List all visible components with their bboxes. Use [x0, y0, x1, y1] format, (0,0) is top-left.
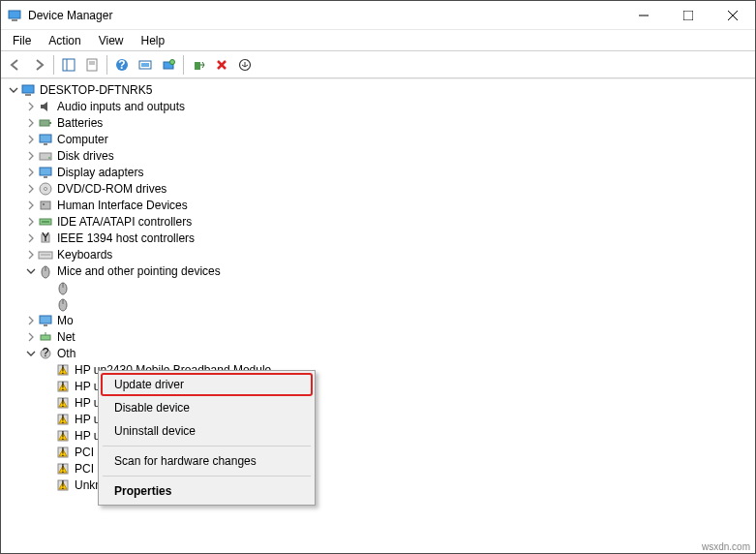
- menu-action[interactable]: Action: [41, 32, 88, 49]
- device-mouse[interactable]: [3, 279, 755, 295]
- warn-icon: !: [55, 477, 71, 493]
- expander-icon[interactable]: [24, 347, 38, 360]
- node-label: Net: [57, 330, 76, 344]
- node-label: DVD/CD-ROM drives: [57, 182, 166, 196]
- category-node[interactable]: Computer: [3, 131, 755, 147]
- context-menu-item[interactable]: Update driver: [101, 373, 313, 396]
- network-icon: [38, 329, 53, 345]
- svg-rect-30: [44, 176, 47, 178]
- node-label: Oth: [57, 347, 76, 360]
- svg-rect-17: [195, 62, 200, 70]
- menu-help[interactable]: Help: [134, 32, 173, 49]
- warn-icon: !: [55, 395, 71, 411]
- context-menu-item[interactable]: Uninstall device: [101, 419, 313, 443]
- uninstall-device-button[interactable]: [211, 54, 232, 76]
- back-button[interactable]: [5, 54, 26, 76]
- show-hide-tree-button[interactable]: [58, 54, 79, 76]
- warn-icon: !: [55, 461, 71, 477]
- expander-icon[interactable]: [24, 133, 38, 146]
- audio-icon: [38, 99, 53, 114]
- svg-rect-14: [141, 63, 149, 67]
- svg-text:!: !: [61, 477, 64, 491]
- svg-text:!: !: [61, 428, 64, 442]
- monitor-icon: [38, 313, 53, 328]
- expander-icon[interactable]: [24, 314, 38, 327]
- forward-button[interactable]: [28, 54, 49, 76]
- maximize-button[interactable]: [666, 1, 711, 30]
- minimize-button[interactable]: [621, 1, 666, 30]
- expander-icon: [42, 429, 55, 443]
- svg-rect-34: [43, 203, 45, 205]
- category-node[interactable]: DVD/CD-ROM drives: [3, 180, 755, 197]
- context-menu-item[interactable]: Scan for hardware changes: [101, 449, 313, 473]
- help-button[interactable]: ?: [111, 54, 133, 76]
- toolbar-action-button[interactable]: [135, 54, 156, 76]
- category-mice[interactable]: Mice and other pointing devices: [3, 262, 755, 279]
- keyboard-icon: [38, 247, 53, 262]
- expander-icon: [42, 446, 55, 459]
- context-menu-separator: [103, 476, 311, 477]
- mouse-icon: [38, 263, 53, 279]
- update-driver-button[interactable]: [234, 54, 256, 76]
- expander-icon[interactable]: [7, 83, 20, 97]
- context-menu-item[interactable]: Properties: [101, 479, 313, 503]
- device-mouse[interactable]: [3, 295, 755, 312]
- menu-file[interactable]: File: [5, 32, 39, 49]
- warn-icon: !: [55, 428, 71, 444]
- root-node[interactable]: DESKTOP-DFTNRK5: [3, 81, 755, 98]
- expander-icon[interactable]: [24, 100, 38, 113]
- svg-rect-47: [40, 316, 51, 323]
- mouse-icon: [55, 280, 71, 295]
- category-node[interactable]: Batteries: [3, 114, 755, 131]
- scan-hardware-button[interactable]: [158, 54, 179, 76]
- expander-icon[interactable]: [24, 182, 38, 196]
- category-node[interactable]: Human Interface Devices: [3, 197, 755, 213]
- context-menu-item[interactable]: Disable device: [101, 396, 313, 419]
- device-manager-window: Device Manager File Action View Help ? D…: [0, 0, 756, 554]
- context-menu: Update driverDisable deviceUninstall dev…: [98, 370, 316, 506]
- expander-icon: [42, 281, 55, 294]
- category-node[interactable]: Display adapters: [3, 164, 755, 180]
- expander-icon[interactable]: [24, 330, 38, 344]
- node-label: Computer: [57, 133, 108, 146]
- svg-rect-29: [40, 168, 51, 175]
- expander-icon: [42, 462, 55, 476]
- category-node[interactable]: IDE ATA/ATAPI controllers: [3, 213, 755, 230]
- warn-icon: !: [55, 362, 71, 378]
- expander-icon: [42, 413, 55, 426]
- expander-icon[interactable]: [24, 264, 38, 278]
- expander-icon[interactable]: [24, 116, 38, 130]
- properties-button[interactable]: [81, 54, 103, 76]
- node-label: Mice and other pointing devices: [57, 264, 221, 278]
- expander-icon[interactable]: [24, 166, 38, 179]
- menubar: File Action View Help: [1, 30, 755, 51]
- close-button[interactable]: [711, 1, 755, 30]
- warn-icon: !: [55, 379, 71, 394]
- menu-view[interactable]: View: [91, 32, 132, 49]
- category-node[interactable]: Net: [3, 328, 755, 345]
- category-node[interactable]: Keyboards: [3, 246, 755, 262]
- mouse-icon: [55, 296, 71, 312]
- svg-rect-21: [22, 85, 34, 93]
- category-node[interactable]: Disk drives: [3, 147, 755, 164]
- warn-icon: !: [55, 445, 71, 460]
- enable-device-button[interactable]: [188, 54, 209, 76]
- expander-icon[interactable]: [24, 215, 38, 229]
- ide-icon: [38, 214, 53, 230]
- category-node[interactable]: Audio inputs and outputs: [3, 98, 755, 114]
- expander-icon[interactable]: [24, 149, 38, 163]
- svg-rect-22: [25, 94, 31, 96]
- svg-text:Y: Y: [42, 231, 49, 244]
- category-node[interactable]: YIEEE 1394 host controllers: [3, 230, 755, 246]
- node-label: Mo: [57, 314, 74, 327]
- node-label: DESKTOP-DFTNRK5: [40, 83, 152, 97]
- battery-icon: [38, 115, 53, 131]
- category-node[interactable]: Mo: [3, 312, 755, 328]
- expander-icon[interactable]: [24, 199, 38, 212]
- monitor-icon: [38, 165, 53, 180]
- expander-icon[interactable]: [24, 231, 38, 245]
- category-other[interactable]: ?Oth: [3, 345, 755, 361]
- node-label: Disk drives: [57, 149, 114, 163]
- expander-icon[interactable]: [24, 248, 38, 262]
- other-icon: ?: [38, 346, 53, 361]
